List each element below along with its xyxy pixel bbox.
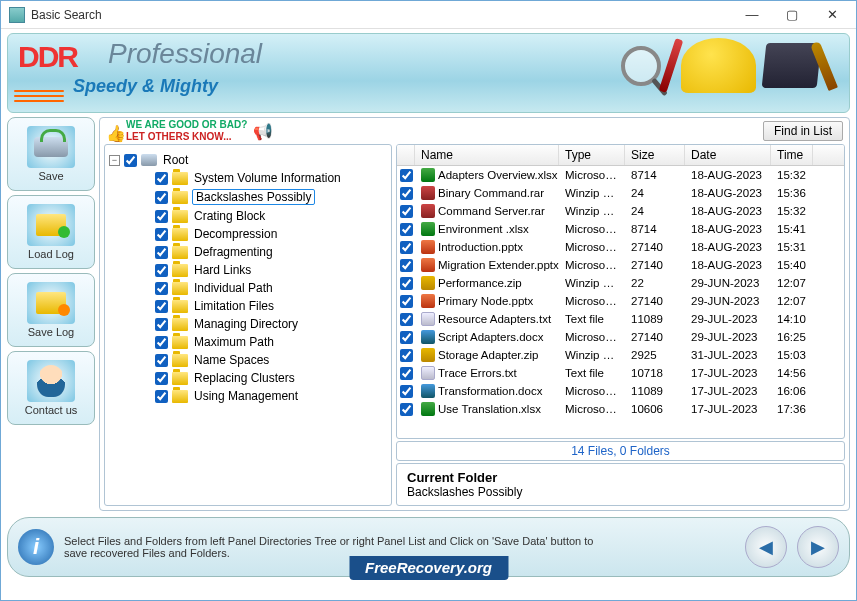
tree-checkbox[interactable] [155, 246, 168, 259]
list-row[interactable]: Binary Command.rar Winzip File 24 18-AUG… [397, 184, 844, 202]
list-row[interactable]: Environment .xlsx Microsoft... 8714 18-A… [397, 220, 844, 238]
next-button[interactable]: ▶ [797, 526, 839, 568]
find-in-list-button[interactable]: Find in List [763, 121, 843, 141]
tree-checkbox[interactable] [155, 228, 168, 241]
file-date: 18-AUG-2023 [685, 241, 771, 253]
tree-checkbox[interactable] [155, 336, 168, 349]
tree-item[interactable]: Hard Links [107, 261, 389, 279]
tree-item[interactable]: Backslashes Possibly [107, 187, 389, 207]
file-name: Use Translation.xlsx [438, 403, 541, 415]
row-checkbox[interactable] [400, 169, 413, 182]
maximize-button[interactable]: ▢ [772, 2, 812, 28]
tree-item[interactable]: Limitation Files [107, 297, 389, 315]
file-list-panel: Name Type Size Date Time Adapters Overvi… [396, 144, 845, 439]
folder-load-icon [36, 214, 66, 236]
save-button[interactable]: Save [7, 117, 95, 191]
file-name: Environment .xlsx [438, 223, 529, 235]
tree-item[interactable]: Decompression [107, 225, 389, 243]
list-row[interactable]: Transformation.docx Microsoft... 11089 1… [397, 382, 844, 400]
row-checkbox[interactable] [400, 259, 413, 272]
row-checkbox[interactable] [400, 295, 413, 308]
file-date: 17-JUL-2023 [685, 367, 771, 379]
file-name: Resource Adapters.txt [438, 313, 551, 325]
col-size[interactable]: Size [625, 145, 685, 165]
tree-checkbox[interactable] [155, 354, 168, 367]
file-docx-icon [421, 384, 435, 398]
list-row[interactable]: Resource Adapters.txt Text file 11089 29… [397, 310, 844, 328]
expander-icon[interactable]: − [109, 155, 120, 166]
row-checkbox[interactable] [400, 403, 413, 416]
row-checkbox[interactable] [400, 349, 413, 362]
folder-icon [172, 210, 188, 223]
minimize-button[interactable]: — [732, 2, 772, 28]
load-log-label: Load Log [28, 248, 74, 260]
list-body[interactable]: Adapters Overview.xlsx Microsoft... 8714… [397, 166, 844, 438]
list-row[interactable]: Script Adapters.docx Microsoft... 27140 … [397, 328, 844, 346]
tree-root[interactable]: − Root [107, 151, 389, 169]
close-button[interactable]: ✕ [812, 2, 852, 28]
list-row[interactable]: Migration Extender.pptx Microsoft... 271… [397, 256, 844, 274]
list-row[interactable]: Trace Errors.txt Text file 10718 17-JUL-… [397, 364, 844, 382]
back-button[interactable]: ◀ [745, 526, 787, 568]
row-checkbox[interactable] [400, 367, 413, 380]
tree-item[interactable]: Managing Directory [107, 315, 389, 333]
tree-item[interactable]: Crating Block [107, 207, 389, 225]
tree-checkbox[interactable] [155, 300, 168, 313]
file-size: 10718 [625, 367, 685, 379]
row-checkbox[interactable] [400, 331, 413, 344]
tree-checkbox[interactable] [155, 390, 168, 403]
file-date: 29-JUL-2023 [685, 313, 771, 325]
tree-checkbox[interactable] [155, 210, 168, 223]
load-log-button[interactable]: Load Log [7, 195, 95, 269]
row-checkbox[interactable] [400, 277, 413, 290]
tree-checkbox[interactable] [155, 264, 168, 277]
folder-icon [172, 282, 188, 295]
tree-item-label: System Volume Information [192, 171, 343, 185]
file-date: 18-AUG-2023 [685, 205, 771, 217]
list-row[interactable]: Command Server.rar Winzip File 24 18-AUG… [397, 202, 844, 220]
tree-item[interactable]: Replacing Clusters [107, 369, 389, 387]
footer-hint: Select Files and Folders from left Panel… [64, 535, 604, 559]
tree-item[interactable]: Defragmenting [107, 243, 389, 261]
contact-us-button[interactable]: Contact us [7, 351, 95, 425]
list-row[interactable]: Introduction.pptx Microsoft... 27140 18-… [397, 238, 844, 256]
save-log-button[interactable]: Save Log [7, 273, 95, 347]
tree-checkbox[interactable] [155, 172, 168, 185]
tree-checkbox[interactable] [155, 191, 168, 204]
list-row[interactable]: Storage Adapter.zip Winzip File 2925 31-… [397, 346, 844, 364]
feedback-link[interactable]: WE ARE GOOD OR BAD? LET OTHERS KNOW... [126, 119, 247, 143]
tree-checkbox[interactable] [155, 282, 168, 295]
list-row[interactable]: Primary Node.pptx Microsoft... 27140 29-… [397, 292, 844, 310]
file-size: 22 [625, 277, 685, 289]
tree-item[interactable]: Individual Path [107, 279, 389, 297]
tree-item[interactable]: Name Spaces [107, 351, 389, 369]
tree-item[interactable]: Using Management [107, 387, 389, 405]
tree-panel[interactable]: − Root System Volume Information Backsla… [104, 144, 392, 506]
row-checkbox[interactable] [400, 385, 413, 398]
tree-checkbox[interactable] [155, 372, 168, 385]
col-time[interactable]: Time [771, 145, 813, 165]
current-folder-heading: Current Folder [407, 470, 834, 485]
row-checkbox[interactable] [400, 241, 413, 254]
row-checkbox[interactable] [400, 187, 413, 200]
file-name: Primary Node.pptx [438, 295, 533, 307]
col-name[interactable]: Name [415, 145, 559, 165]
file-type: Microsoft... [559, 385, 625, 397]
current-folder-panel: Current Folder Backslashes Possibly [396, 463, 845, 506]
list-row[interactable]: Use Translation.xlsx Microsoft... 10606 … [397, 400, 844, 418]
tree-checkbox[interactable] [155, 318, 168, 331]
root-checkbox[interactable] [124, 154, 137, 167]
list-row[interactable]: Performance.zip Winzip File 22 29-JUN-20… [397, 274, 844, 292]
list-row[interactable]: Adapters Overview.xlsx Microsoft... 8714… [397, 166, 844, 184]
row-checkbox[interactable] [400, 313, 413, 326]
screwdriver-icon [659, 38, 684, 93]
file-txt-icon [421, 366, 435, 380]
tree-item[interactable]: System Volume Information [107, 169, 389, 187]
col-type[interactable]: Type [559, 145, 625, 165]
col-date[interactable]: Date [685, 145, 771, 165]
file-size: 11089 [625, 385, 685, 397]
row-checkbox[interactable] [400, 205, 413, 218]
tree-item[interactable]: Maximum Path [107, 333, 389, 351]
file-time: 14:10 [771, 313, 813, 325]
row-checkbox[interactable] [400, 223, 413, 236]
